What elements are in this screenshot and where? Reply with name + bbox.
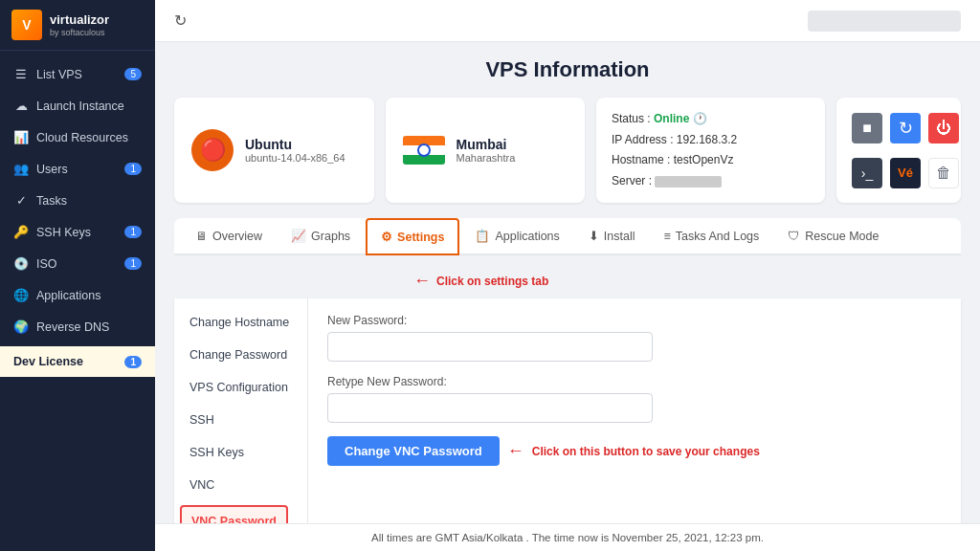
vnc-nav-label: VNC bbox=[189, 478, 214, 492]
tab-settings[interactable]: ⚙ Settings bbox=[366, 218, 459, 255]
status-value: Online bbox=[654, 112, 689, 125]
action-btn-refresh[interactable]: ↻ bbox=[890, 113, 921, 143]
tab-applications[interactable]: 📋 Applications bbox=[461, 218, 572, 255]
logo-sub: by softaculous bbox=[50, 28, 109, 37]
tab-annotation-text: Click on settings tab bbox=[436, 275, 548, 288]
tab-tasks-logs[interactable]: ≡ Tasks And Logs bbox=[650, 218, 772, 255]
ssh-badge: 1 bbox=[124, 226, 142, 238]
iso-badge: 1 bbox=[124, 257, 142, 270]
retype-password-input[interactable] bbox=[327, 393, 653, 423]
status-card: Status : Online 🕐 IP Address : 192.168.3… bbox=[596, 98, 825, 203]
topbar: ↻ bbox=[155, 0, 980, 42]
flag-icon bbox=[403, 136, 445, 165]
refresh-icon[interactable]: ↻ bbox=[174, 11, 187, 30]
topbar-dropdown[interactable] bbox=[808, 11, 961, 32]
tab-settings-label: Settings bbox=[397, 231, 444, 244]
settings-nav-ssh[interactable]: SSH bbox=[174, 404, 307, 436]
tab-tasks-logs-label: Tasks And Logs bbox=[676, 230, 760, 243]
new-password-group: New Password: bbox=[327, 314, 942, 362]
action-btn-ve[interactable]: Vé bbox=[890, 158, 921, 188]
retype-password-label: Retype New Password: bbox=[327, 375, 942, 388]
dev-license-badge: 1 bbox=[124, 356, 142, 368]
action-btn-power[interactable]: ⏻ bbox=[928, 113, 959, 143]
tab-overview[interactable]: 🖥 Overview bbox=[182, 218, 276, 255]
sidebar-item-users[interactable]: 👥 Users 1 bbox=[0, 153, 155, 185]
logo-icon: V bbox=[11, 10, 42, 40]
sidebar-item-launch-instance[interactable]: ☁ Launch Instance bbox=[0, 90, 155, 121]
hostname-label: Hostname : bbox=[612, 153, 670, 166]
server-value-masked bbox=[655, 176, 722, 187]
settings-nav-vnc[interactable]: VNC bbox=[174, 469, 307, 501]
settings-nav-vps-config[interactable]: VPS Configuration bbox=[174, 371, 307, 404]
settings-panel: Change Hostname Change Password VPS Conf… bbox=[174, 298, 961, 523]
sidebar-label-launch: Launch Instance bbox=[36, 99, 124, 113]
server-label: Server : bbox=[612, 174, 652, 187]
list-vps-badge: 5 bbox=[124, 68, 142, 80]
ssh-icon: 🔑 bbox=[13, 225, 29, 239]
change-vnc-password-button[interactable]: Change VNC Password bbox=[327, 436, 500, 466]
sidebar-label-users: Users bbox=[36, 163, 68, 176]
logo-text: virtualizor bbox=[50, 12, 109, 28]
launch-icon: ☁ bbox=[13, 99, 29, 113]
settings-nav-password[interactable]: Change Password bbox=[174, 339, 307, 371]
content-area: VPS Information 🔴 Ubuntu ubuntu-14.04-x8… bbox=[155, 42, 980, 523]
sidebar-label-applications: Applications bbox=[36, 289, 100, 302]
install-icon: ⬇ bbox=[589, 229, 599, 243]
footer-text: All times are GMT Asia/Kolkata . The tim… bbox=[371, 532, 764, 543]
sidebar-item-reverse-dns[interactable]: 🌍 Reverse DNS bbox=[0, 311, 155, 342]
sidebar: V virtualizor by softaculous ☰ List VPS … bbox=[0, 0, 155, 551]
sidebar-item-cloud-resources[interactable]: 📊 Cloud Resources bbox=[0, 121, 155, 153]
sidebar-item-ssh-keys[interactable]: 🔑 SSH Keys 1 bbox=[0, 216, 155, 248]
rescue-icon: 🛡 bbox=[788, 230, 800, 243]
footer: All times are GMT Asia/Kolkata . The tim… bbox=[155, 523, 980, 551]
state-name: Maharashtra bbox=[457, 152, 516, 164]
ssh-keys-nav-label: SSH Keys bbox=[189, 446, 244, 459]
sidebar-item-iso[interactable]: 💿 ISO 1 bbox=[0, 248, 155, 279]
sidebar-label-dev-license: Dev License bbox=[13, 355, 83, 368]
tab-graphs[interactable]: 📈 Graphs bbox=[278, 218, 364, 255]
vps-config-nav-label: VPS Configuration bbox=[189, 381, 288, 394]
tabs-bar: 🖥 Overview 📈 Graphs ⚙ Settings 📋 Applica… bbox=[174, 218, 961, 255]
settings-icon: ⚙ bbox=[381, 230, 392, 244]
settings-nav-vnc-password[interactable]: VNC Password bbox=[180, 505, 288, 523]
tab-install[interactable]: ⬇ Install bbox=[575, 218, 649, 255]
os-card: 🔴 Ubuntu ubuntu-14.04-x86_64 bbox=[174, 98, 374, 203]
sidebar-item-applications[interactable]: 🌐 Applications bbox=[0, 279, 155, 311]
retype-password-group: Retype New Password: bbox=[327, 375, 942, 423]
settings-form: New Password: Retype New Password: Chang… bbox=[308, 298, 961, 523]
sidebar-label-tasks: Tasks bbox=[36, 194, 67, 208]
ip-value: 192.168.3.2 bbox=[677, 133, 737, 146]
tab-install-label: Install bbox=[604, 230, 635, 243]
reverse-dns-icon: 🌍 bbox=[13, 320, 29, 334]
settings-nav: Change Hostname Change Password VPS Conf… bbox=[174, 298, 308, 523]
iso-icon: 💿 bbox=[13, 256, 29, 271]
graphs-icon: 📈 bbox=[291, 229, 306, 243]
tab-arrow-icon: ← bbox=[413, 271, 431, 291]
new-password-input[interactable] bbox=[327, 332, 653, 362]
vnc-password-nav-label: VNC Password bbox=[191, 515, 277, 523]
tasks-logs-icon: ≡ bbox=[663, 230, 670, 243]
tab-rescue-mode[interactable]: 🛡 Rescue Mode bbox=[774, 218, 892, 255]
settings-nav-hostname[interactable]: Change Hostname bbox=[174, 306, 307, 339]
users-icon: 👥 bbox=[13, 162, 29, 176]
password-nav-label: Change Password bbox=[189, 348, 287, 362]
applications-icon: 🌐 bbox=[13, 288, 29, 302]
sidebar-label-iso: ISO bbox=[36, 257, 57, 271]
action-card: ■ ↻ ⏻ ›_ Vé 🗑 bbox=[836, 98, 961, 203]
action-btn-terminal[interactable]: ›_ bbox=[852, 158, 882, 188]
btn-annotation-text: Click on this button to save your change… bbox=[532, 445, 760, 458]
settings-nav-ssh-keys[interactable]: SSH Keys bbox=[174, 436, 307, 469]
ip-label: IP Address : bbox=[612, 133, 673, 146]
vnc-password-row: VNC Password bbox=[174, 503, 307, 523]
sidebar-item-tasks[interactable]: ✓ Tasks bbox=[0, 185, 155, 216]
tab-rescue-label: Rescue Mode bbox=[805, 230, 879, 243]
btn-arrow-icon: ← bbox=[507, 441, 524, 461]
action-btn-delete[interactable]: 🗑 bbox=[928, 158, 959, 188]
city-name: Mumbai bbox=[457, 137, 516, 152]
sidebar-item-dev-license[interactable]: Dev License 1 bbox=[0, 346, 155, 377]
sidebar-label-cloud: Cloud Resources bbox=[36, 131, 128, 144]
action-btn-stop[interactable]: ■ bbox=[852, 113, 882, 143]
tab-applications-label: Applications bbox=[495, 230, 559, 243]
sidebar-item-list-vps[interactable]: ☰ List VPS 5 bbox=[0, 58, 155, 90]
sidebar-label-list-vps: List VPS bbox=[36, 68, 82, 81]
